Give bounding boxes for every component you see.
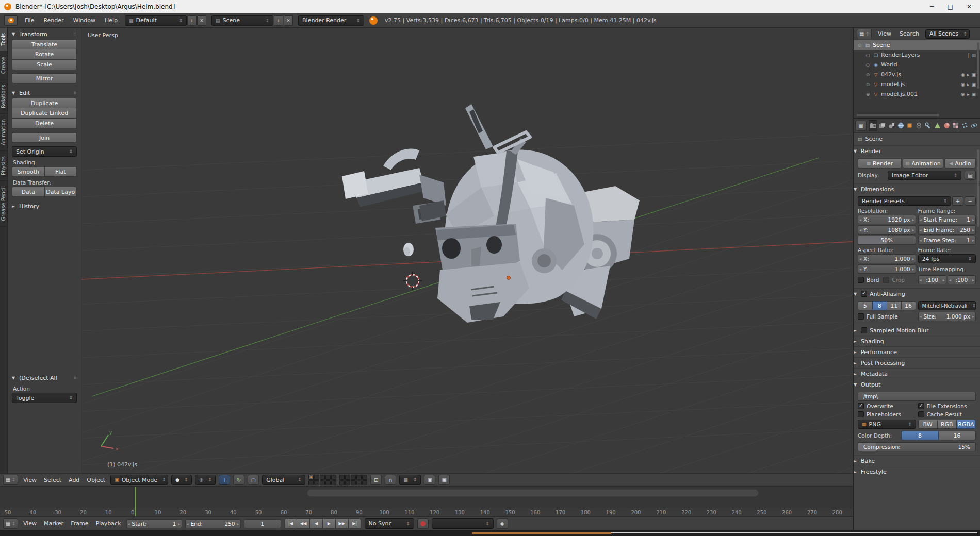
aa-filter-dropdown[interactable]: Mitchell-Netravali bbox=[918, 301, 976, 310]
editor-type-button[interactable]: ▦⇕ bbox=[3, 475, 18, 485]
remove-preset-button[interactable]: − bbox=[965, 196, 976, 206]
selectability-icon[interactable]: ▸ bbox=[967, 92, 970, 97]
delete-button[interactable]: Delete bbox=[12, 119, 77, 129]
panel-header-shading[interactable]: ► Shading bbox=[854, 336, 980, 346]
full-sample-checkbox[interactable]: Full Sample bbox=[858, 313, 916, 320]
tab-create[interactable]: Create bbox=[0, 52, 7, 79]
expander-icon[interactable]: ⊙ bbox=[857, 43, 862, 48]
menu-window[interactable]: Window bbox=[71, 16, 97, 25]
aa-samples-8-button[interactable]: 8 bbox=[873, 301, 887, 310]
outliner-row-modeljs001[interactable]: ⊕ ▽ model.js.001 ◉ ▸ ▣ bbox=[854, 89, 980, 99]
tab-render-icon[interactable] bbox=[869, 120, 877, 131]
renderability-icon[interactable]: ▣ bbox=[971, 92, 976, 97]
sync-dropdown[interactable]: No Sync bbox=[365, 518, 414, 529]
orientation-dropdown[interactable]: Global bbox=[262, 475, 305, 485]
layer-cell[interactable] bbox=[314, 480, 319, 485]
snap-element-dropdown[interactable]: ▦ bbox=[399, 475, 421, 485]
end-frame-field-props[interactable]: End Frame: 250 bbox=[918, 225, 976, 234]
renderlayer-toggle-icon[interactable]: ▥ bbox=[971, 53, 976, 58]
pivot-dropdown[interactable]: ◎ bbox=[195, 475, 216, 485]
render-button[interactable]: ▦ Render bbox=[858, 158, 902, 169]
jump-to-start-button[interactable]: |◀ bbox=[284, 518, 298, 529]
aspect-y-field[interactable]: Y: 1.000 bbox=[858, 264, 916, 274]
layer-cell[interactable] bbox=[320, 480, 325, 485]
join-button[interactable]: Join bbox=[12, 132, 77, 143]
layer-cell[interactable] bbox=[362, 475, 367, 480]
layer-cell[interactable] bbox=[339, 475, 345, 480]
panel-header-render[interactable]: ▼ Render bbox=[854, 146, 980, 156]
aa-size-field[interactable]: Size: 1.000 px bbox=[918, 312, 976, 321]
renderability-icon[interactable]: ▣ bbox=[971, 72, 976, 77]
channel-bw-button[interactable]: BW bbox=[918, 420, 938, 429]
render-presets-dropdown[interactable]: Render Presets bbox=[858, 196, 951, 206]
translate-button[interactable]: Translate bbox=[12, 39, 77, 49]
display-extra-button[interactable]: ▤ bbox=[965, 171, 976, 180]
border-checkbox[interactable]: Bord bbox=[858, 275, 879, 284]
depth-16-button[interactable]: 16 bbox=[939, 431, 976, 440]
layer-cell[interactable] bbox=[345, 480, 350, 485]
manipulator-translate-button[interactable]: + bbox=[219, 475, 230, 485]
current-frame-field[interactable]: 1 bbox=[244, 519, 281, 528]
tl-menu-marker[interactable]: Marker bbox=[42, 519, 66, 528]
auto-keyframe-button[interactable] bbox=[417, 518, 429, 529]
properties-vscrollbar[interactable] bbox=[977, 149, 979, 227]
lock-to-scene-button[interactable]: ⊡ bbox=[370, 475, 382, 485]
resolution-x-field[interactable]: X: 1920 px bbox=[858, 215, 916, 224]
file-format-dropdown[interactable]: ▦ PNG bbox=[858, 420, 916, 429]
panel-header-performance[interactable]: ► Performance bbox=[854, 347, 980, 357]
expander-icon[interactable]: ⊕ bbox=[865, 72, 871, 77]
layer-cell[interactable] bbox=[356, 475, 362, 480]
close-button[interactable]: ✕ bbox=[967, 3, 972, 10]
tl-menu-playback[interactable]: Playback bbox=[93, 519, 123, 528]
tab-relations[interactable]: Relations bbox=[0, 79, 7, 114]
expander-icon[interactable]: ○ bbox=[865, 53, 871, 58]
render-engine-selector[interactable]: Blender Render ⇕ bbox=[298, 15, 364, 26]
tab-physics-icon[interactable] bbox=[970, 120, 978, 131]
placeholders-checkbox[interactable]: Placeholders bbox=[858, 411, 916, 417]
expander-icon[interactable]: ○ bbox=[865, 62, 871, 68]
panel-header-dimensions[interactable]: ▼ Dimensions bbox=[854, 184, 980, 194]
tab-object-icon[interactable] bbox=[905, 120, 914, 131]
panel-header-bake[interactable]: ► Bake bbox=[854, 456, 980, 466]
resolution-percent-slider[interactable]: 50% bbox=[858, 236, 916, 245]
expander-icon[interactable]: ⊕ bbox=[865, 82, 871, 87]
outliner-row-scene[interactable]: ⊙ ▤ Scene bbox=[854, 40, 980, 50]
compression-slider[interactable]: Compression: 15% bbox=[858, 442, 976, 451]
outliner-menu-search[interactable]: Search bbox=[897, 29, 921, 38]
tab-animation[interactable]: Animation bbox=[0, 114, 7, 151]
duplicate-button[interactable]: Duplicate bbox=[12, 98, 77, 108]
depth-8-button[interactable]: 8 bbox=[901, 431, 939, 440]
fps-dropdown[interactable]: 24 fps bbox=[918, 254, 976, 263]
layer-cell[interactable] bbox=[325, 475, 331, 480]
timeline-scrollbar[interactable] bbox=[307, 489, 759, 497]
screen-layout-selector[interactable]: ▦ Default ⇕ bbox=[125, 15, 187, 26]
tab-data-icon[interactable] bbox=[933, 120, 942, 131]
layer-cell[interactable] bbox=[339, 480, 345, 485]
manipulator-scale-button[interactable]: ▢ bbox=[248, 475, 259, 485]
menu-render[interactable]: Render bbox=[41, 16, 66, 25]
outliner-row-042vjs[interactable]: ⊕ ▽ 042v.js ◉ ▸ ▣ bbox=[854, 70, 980, 79]
timeline-editor-type-button[interactable]: ▦⇕ bbox=[3, 518, 18, 529]
snap-magnet-button[interactable]: ∩ bbox=[385, 475, 396, 485]
properties-editor-type-button[interactable]: ▦ bbox=[855, 121, 867, 131]
outliner-vscrollbar[interactable] bbox=[977, 42, 979, 89]
layer-cell[interactable] bbox=[351, 480, 356, 485]
outliner-row-modeljs[interactable]: ⊕ ▽ model.js ◉ ▸ ▣ bbox=[854, 79, 980, 89]
aspect-x-field[interactable]: X: 1.000 bbox=[858, 254, 916, 263]
editor-type-icon[interactable] bbox=[4, 15, 18, 26]
aa-samples-5-button[interactable]: 5 bbox=[858, 301, 873, 310]
tab-particles-icon[interactable] bbox=[960, 120, 969, 131]
add-preset-button[interactable]: + bbox=[952, 196, 963, 206]
channel-rgba-button[interactable]: RGBA bbox=[957, 420, 976, 429]
tab-physics[interactable]: Physics bbox=[0, 151, 7, 181]
layer-cell[interactable] bbox=[331, 475, 336, 480]
panel-header-metadata[interactable]: ► Metadata bbox=[854, 368, 980, 379]
aa-samples-16-button[interactable]: 16 bbox=[902, 301, 916, 310]
menu-help[interactable]: Help bbox=[103, 16, 120, 25]
output-path-field[interactable]: /tmp\ bbox=[858, 392, 976, 401]
data-layout-button[interactable]: Data Layo bbox=[45, 187, 77, 197]
set-origin-dropdown[interactable]: Set Origin bbox=[12, 146, 77, 157]
panel-header-edit[interactable]: ▼ Edit ⠿ bbox=[12, 88, 77, 98]
visibility-eye-icon[interactable]: ◉ bbox=[961, 92, 965, 97]
panel-header-output[interactable]: ▼ Output bbox=[854, 379, 980, 390]
